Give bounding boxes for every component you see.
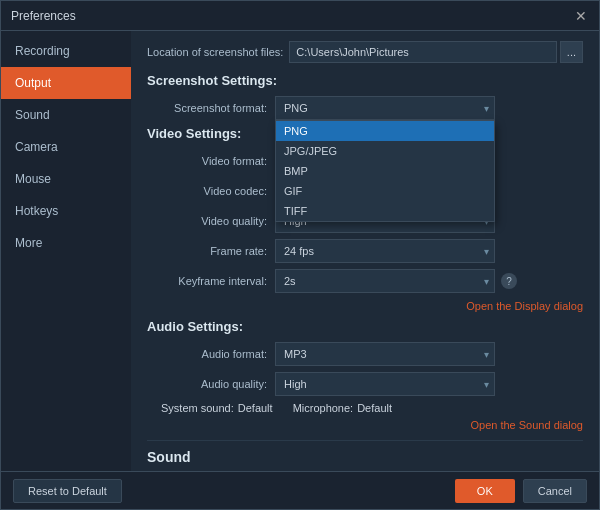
preferences-window: Preferences ✕ Recording Output Sound Cam… bbox=[0, 0, 600, 510]
sidebar-item-mouse-label: Mouse bbox=[15, 172, 51, 186]
close-button[interactable]: ✕ bbox=[573, 8, 589, 24]
sidebar-item-output-label: Output bbox=[15, 76, 51, 90]
sidebar-item-recording-label: Recording bbox=[15, 44, 70, 58]
keyframe-help-icon[interactable]: ? bbox=[501, 273, 517, 289]
screenshot-format-row: Screenshot format: PNG ▾ PNG JPG/JPEG BM… bbox=[147, 96, 583, 120]
display-dialog-link-row: Open the Display dialog bbox=[147, 299, 583, 313]
video-format-label: Video format: bbox=[147, 155, 267, 167]
sidebar-item-sound-label: Sound bbox=[15, 108, 50, 122]
option-jpg[interactable]: JPG/JPEG bbox=[276, 141, 494, 161]
audio-settings-section: Audio Settings: Audio format: MP3 ▾ Audi… bbox=[147, 319, 583, 432]
option-gif[interactable]: GIF bbox=[276, 181, 494, 201]
sound-section: Sound System sound: bbox=[147, 449, 583, 471]
option-bmp[interactable]: BMP bbox=[276, 161, 494, 181]
system-sound-info-label: System sound: bbox=[161, 402, 234, 414]
screenshot-format-dropdown[interactable]: PNG bbox=[275, 96, 495, 120]
keyframe-dropdown-container: 2s ▾ bbox=[275, 269, 495, 293]
cancel-button[interactable]: Cancel bbox=[523, 479, 587, 503]
frame-rate-dropdown-container: 24 fps ▾ bbox=[275, 239, 495, 263]
sidebar-item-output[interactable]: Output bbox=[1, 67, 131, 99]
footer-right: OK Cancel bbox=[455, 479, 587, 503]
video-quality-label: Video quality: bbox=[147, 215, 267, 227]
sidebar-item-camera[interactable]: Camera bbox=[1, 131, 131, 163]
frame-rate-label: Frame rate: bbox=[147, 245, 267, 257]
screenshot-format-popup: PNG JPG/JPEG BMP GIF TIFF bbox=[275, 120, 495, 222]
audio-quality-label: Audio quality: bbox=[147, 378, 267, 390]
sidebar-item-sound[interactable]: Sound bbox=[1, 99, 131, 131]
screenshot-settings-section: Screenshot Settings: Screenshot format: … bbox=[147, 73, 583, 120]
audio-format-row: Audio format: MP3 ▾ bbox=[147, 342, 583, 366]
sound-dialog-link-row: Open the Sound dialog bbox=[147, 418, 583, 432]
keyframe-dropdown[interactable]: 2s bbox=[275, 269, 495, 293]
content-area: Location of screenshot files: ... Screen… bbox=[131, 31, 599, 471]
frame-rate-dropdown[interactable]: 24 fps bbox=[275, 239, 495, 263]
title-bar: Preferences ✕ bbox=[1, 1, 599, 31]
keyframe-value: 2s bbox=[284, 275, 296, 287]
sidebar-item-recording[interactable]: Recording bbox=[1, 35, 131, 67]
video-codec-label: Video codec: bbox=[147, 185, 267, 197]
screenshot-format-dropdown-container: PNG ▾ PNG JPG/JPEG BMP GIF TIFF bbox=[275, 96, 495, 120]
browse-button[interactable]: ... bbox=[560, 41, 583, 63]
system-sound-info-row: System sound: Default Microphone: Defaul… bbox=[147, 402, 583, 414]
audio-quality-dropdown-container: High ▾ bbox=[275, 372, 495, 396]
ok-button[interactable]: OK bbox=[455, 479, 515, 503]
screenshot-files-row: Location of screenshot files: ... bbox=[147, 41, 583, 63]
audio-quality-row: Audio quality: High ▾ bbox=[147, 372, 583, 396]
audio-format-value: MP3 bbox=[284, 348, 307, 360]
open-sound-dialog-link[interactable]: Open the Sound dialog bbox=[470, 419, 583, 431]
microphone-info-label: Microphone: bbox=[293, 402, 354, 414]
frame-rate-value: 24 fps bbox=[284, 245, 314, 257]
frame-rate-row: Frame rate: 24 fps ▾ bbox=[147, 239, 583, 263]
audio-quality-value: High bbox=[284, 378, 307, 390]
screenshot-format-label: Screenshot format: bbox=[147, 102, 267, 114]
main-content: Recording Output Sound Camera Mouse Hotk… bbox=[1, 31, 599, 471]
screenshot-settings-title: Screenshot Settings: bbox=[147, 73, 583, 88]
keyframe-label: Keyframe interval: bbox=[147, 275, 267, 287]
screenshot-path-input[interactable] bbox=[289, 41, 556, 63]
microphone-info-value: Default bbox=[357, 402, 392, 414]
audio-quality-dropdown[interactable]: High bbox=[275, 372, 495, 396]
sidebar-item-more[interactable]: More bbox=[1, 227, 131, 259]
screenshot-format-value: PNG bbox=[284, 102, 308, 114]
audio-format-dropdown-container: MP3 ▾ bbox=[275, 342, 495, 366]
audio-settings-title: Audio Settings: bbox=[147, 319, 583, 334]
audio-format-dropdown[interactable]: MP3 bbox=[275, 342, 495, 366]
screenshot-files-label: Location of screenshot files: bbox=[147, 46, 283, 58]
sound-section-title: Sound bbox=[147, 449, 583, 465]
window-title: Preferences bbox=[11, 9, 76, 23]
section-divider bbox=[147, 440, 583, 441]
audio-format-label: Audio format: bbox=[147, 348, 267, 360]
open-display-dialog-link[interactable]: Open the Display dialog bbox=[466, 300, 583, 312]
sidebar-item-hotkeys-label: Hotkeys bbox=[15, 204, 58, 218]
sidebar-item-camera-label: Camera bbox=[15, 140, 58, 154]
option-png[interactable]: PNG bbox=[276, 121, 494, 141]
sidebar-item-mouse[interactable]: Mouse bbox=[1, 163, 131, 195]
option-tiff[interactable]: TIFF bbox=[276, 201, 494, 221]
footer: Reset to Default OK Cancel bbox=[1, 471, 599, 509]
sidebar-item-more-label: More bbox=[15, 236, 42, 250]
keyframe-row: Keyframe interval: 2s ▾ ? bbox=[147, 269, 583, 293]
system-sound-info-value: Default bbox=[238, 402, 273, 414]
sidebar-item-hotkeys[interactable]: Hotkeys bbox=[1, 195, 131, 227]
reset-button[interactable]: Reset to Default bbox=[13, 479, 122, 503]
sidebar: Recording Output Sound Camera Mouse Hotk… bbox=[1, 31, 131, 471]
